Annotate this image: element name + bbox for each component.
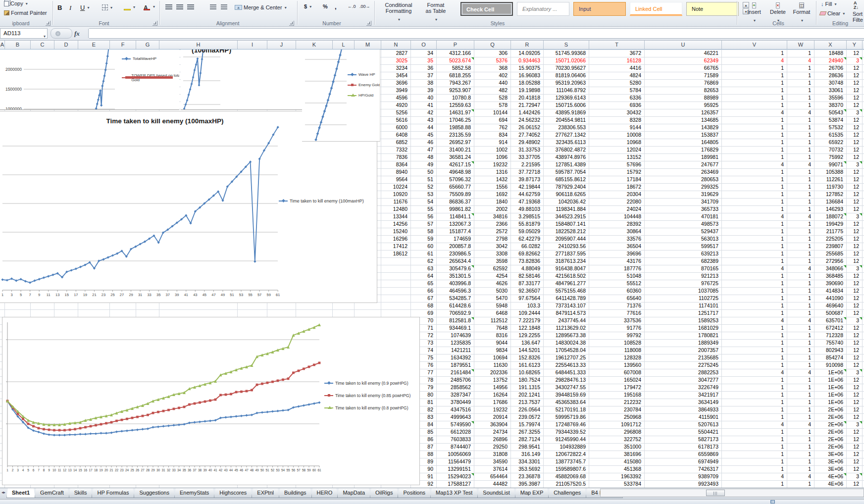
table-cell[interactable]: 69.82662 bbox=[512, 250, 540, 257]
table-cell[interactable]: 3226749 bbox=[646, 384, 718, 391]
table-cell[interactable]: 1 bbox=[788, 436, 811, 443]
table-cell[interactable]: 415080 bbox=[590, 458, 641, 465]
table-cell[interactable]: 61535 bbox=[815, 131, 843, 139]
table-cell[interactable]: 353.5692 bbox=[512, 465, 540, 473]
table-cell[interactable]: 17054528.04 bbox=[545, 347, 586, 354]
table-cell[interactable]: 128328 bbox=[590, 354, 641, 361]
column-header-P[interactable]: P bbox=[437, 41, 474, 49]
table-cell[interactable]: 1 bbox=[788, 458, 811, 465]
table-cell[interactable]: 1681029 bbox=[646, 324, 718, 332]
horizontal-scrollbar[interactable] bbox=[600, 489, 864, 497]
table-cell[interactable]: 9253.907 bbox=[438, 87, 471, 94]
table-cell[interactable]: 4 bbox=[723, 109, 784, 116]
table-cell[interactable]: 15.90375 bbox=[512, 64, 540, 72]
table-cell[interactable]: 12 bbox=[848, 101, 859, 109]
table-cell[interactable]: 62.42279 bbox=[512, 235, 540, 243]
number-dialog-launcher[interactable] bbox=[366, 21, 371, 26]
table-cell[interactable]: 12 bbox=[848, 79, 859, 87]
table-cell[interactable]: 1 bbox=[723, 324, 784, 332]
table-cell[interactable]: 3696 bbox=[382, 79, 407, 87]
table-cell[interactable]: 43895.91869 bbox=[545, 109, 586, 116]
sheet-tab-gemcraft[interactable]: GemCraft bbox=[35, 488, 69, 498]
table-cell[interactable]: 1589253 bbox=[646, 317, 718, 324]
table-cell[interactable]: 152.8326 bbox=[512, 354, 540, 361]
table-cell[interactable]: 2858562 bbox=[438, 384, 471, 391]
table-cell[interactable]: 1 bbox=[723, 413, 784, 421]
table-cell[interactable]: 4 bbox=[723, 473, 784, 480]
table-cell[interactable]: 199429 bbox=[815, 220, 843, 228]
table-cell[interactable]: 65640 bbox=[590, 295, 641, 302]
table-cell[interactable]: 138773745.7 bbox=[545, 458, 586, 465]
column-header-E[interactable]: E bbox=[78, 41, 110, 49]
table-cell[interactable]: 12 bbox=[848, 280, 859, 287]
table-cell[interactable]: 33576 bbox=[590, 235, 641, 243]
table-cell[interactable]: 6559869 bbox=[646, 451, 718, 458]
table-cell[interactable]: 23135.59 bbox=[438, 131, 471, 139]
italic-button[interactable]: I bbox=[69, 4, 71, 12]
table-cell[interactable]: 12 bbox=[848, 72, 859, 79]
table-cell[interactable]: 1174101 bbox=[646, 302, 718, 309]
table-cell[interactable]: 694 bbox=[475, 116, 508, 124]
table-cell[interactable]: 1 bbox=[723, 131, 784, 139]
table-cell[interactable]: 239807 bbox=[815, 243, 843, 250]
table-cell[interactable]: 4596 bbox=[382, 94, 407, 101]
table-cell[interactable]: 24024 bbox=[590, 205, 641, 213]
table-cell[interactable]: 2095907.444 bbox=[545, 235, 586, 243]
table-cell[interactable]: 1 bbox=[788, 79, 811, 87]
table-cell[interactable]: 30432 bbox=[590, 109, 641, 116]
table-cell[interactable]: 1316 bbox=[475, 168, 508, 176]
column-header-G[interactable]: G bbox=[136, 41, 159, 49]
table-cell[interactable]: 528 bbox=[475, 94, 508, 101]
table-cell[interactable]: 151877.4 bbox=[438, 228, 471, 235]
table-cell[interactable]: 4920 bbox=[382, 101, 407, 109]
table-cell[interactable]: 35596 bbox=[815, 94, 843, 101]
table-cell[interactable]: 88989 bbox=[646, 94, 718, 101]
table-cell[interactable]: 34302747.55 bbox=[545, 384, 586, 391]
table-cell[interactable]: 30864 bbox=[590, 228, 641, 235]
table-cell[interactable]: 11630 bbox=[475, 361, 508, 369]
increase-decimal-button[interactable]: ←.0 bbox=[348, 4, 356, 9]
table-cell[interactable]: 16296 bbox=[382, 235, 407, 243]
table-cell[interactable]: 2410293.56 bbox=[545, 243, 586, 250]
table-cell[interactable]: 19232 bbox=[475, 406, 508, 413]
table-cell[interactable]: 6484451.333 bbox=[545, 369, 586, 376]
table-cell[interactable]: 1 bbox=[788, 146, 811, 153]
table-cell[interactable]: 21.72947 bbox=[512, 101, 540, 109]
table-cell[interactable]: 834 bbox=[475, 131, 508, 139]
comma-style-button[interactable]: , bbox=[335, 3, 337, 10]
column-header-R[interactable]: R bbox=[511, 41, 544, 49]
table-cell[interactable]: 2771837.595 bbox=[545, 250, 586, 257]
table-cell[interactable]: 8744407 bbox=[438, 443, 471, 451]
table-cell[interactable]: 12 bbox=[848, 205, 859, 213]
table-cell[interactable]: 247677 bbox=[646, 161, 718, 168]
table-cell[interactable]: 1 bbox=[788, 295, 811, 302]
table-cell[interactable]: 306 bbox=[475, 50, 508, 57]
table-cell[interactable]: 914 bbox=[475, 139, 508, 146]
table-cell[interactable]: 73.82836 bbox=[512, 257, 540, 265]
table-cell[interactable]: 1 bbox=[723, 220, 784, 228]
table-cell[interactable]: 4 bbox=[723, 317, 784, 324]
table-cell[interactable]: 8328 bbox=[590, 116, 641, 124]
column-header-T[interactable]: T bbox=[589, 41, 645, 49]
table-cell[interactable]: 7836 bbox=[382, 153, 407, 161]
table-cell[interactable]: 1102725 bbox=[646, 295, 718, 302]
column-header-F[interactable]: F bbox=[110, 41, 136, 49]
table-cell[interactable]: 1042036.42 bbox=[545, 198, 586, 205]
table-cell[interactable]: 92.36507 bbox=[512, 287, 540, 295]
column-header-H[interactable]: H bbox=[159, 41, 238, 49]
table-cell[interactable]: 46 bbox=[412, 139, 433, 146]
table-cell[interactable]: 65 bbox=[412, 280, 433, 287]
table-cell[interactable]: 12 bbox=[848, 354, 859, 361]
table-cell[interactable]: 10968 bbox=[590, 139, 641, 146]
table-cell[interactable]: 4 bbox=[723, 369, 784, 376]
table-cell[interactable]: 22554613.33 bbox=[545, 361, 586, 369]
table-cell[interactable]: 18.05288 bbox=[512, 79, 540, 87]
format-as-table-button[interactable]: Format as Table▾ bbox=[420, 2, 452, 23]
table-cell[interactable]: 71589 bbox=[646, 72, 718, 79]
format-painter-button[interactable]: Format Painter bbox=[4, 10, 47, 16]
table-cell[interactable]: 1 bbox=[723, 228, 784, 235]
table-cell[interactable]: 2366 bbox=[475, 220, 508, 228]
column-header-U[interactable]: U bbox=[645, 41, 722, 49]
table-cell[interactable]: 15294023 bbox=[438, 473, 471, 480]
table-cell[interactable]: 1 bbox=[723, 87, 784, 94]
